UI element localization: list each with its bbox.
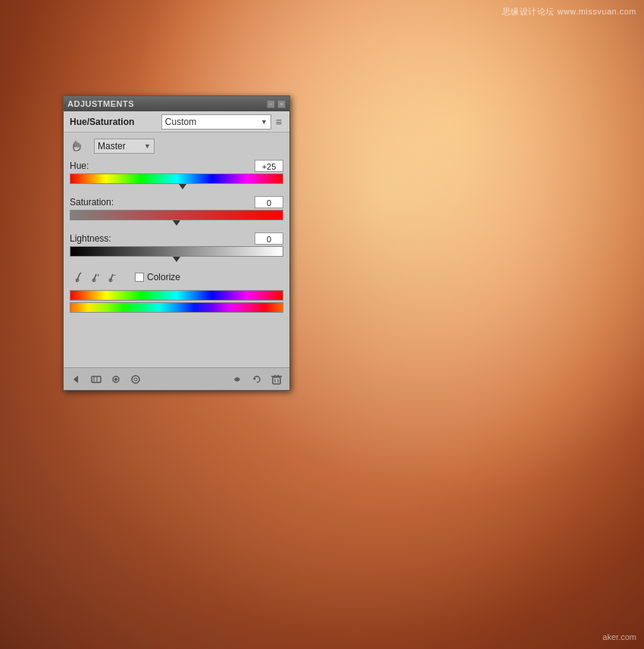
adjustment-type-label: Hue/Saturation <box>70 117 134 127</box>
svg-point-17 <box>236 378 239 380</box>
saturation-value[interactable]: 0 <box>255 196 283 208</box>
hue-track <box>70 173 283 184</box>
preset-value: Custom <box>165 117 261 127</box>
colorize-row: + − Colorize <box>70 270 283 284</box>
colorize-checkbox[interactable] <box>135 273 144 282</box>
reset-button[interactable] <box>249 371 265 388</box>
hue-gradient-track <box>70 173 283 184</box>
hue-thumb-icon <box>179 184 186 189</box>
panel-title-bar[interactable]: ADJUSTMENTS − × <box>64 96 289 111</box>
back-button[interactable] <box>68 371 85 388</box>
panel-toolbar <box>64 367 289 390</box>
lightness-value[interactable]: 0 <box>255 232 283 245</box>
eyedropper-icons-group: + − <box>70 270 117 284</box>
color-bar-source <box>70 290 283 301</box>
close-button[interactable]: × <box>277 100 286 108</box>
hue-label: Hue: <box>70 161 89 171</box>
delete-button[interactable] <box>268 371 285 388</box>
svg-rect-10 <box>92 376 101 382</box>
channel-value: Master <box>98 141 144 151</box>
panel-menu-icon[interactable]: ≡ <box>274 114 283 129</box>
lightness-label: Lightness: <box>70 233 111 244</box>
colorize-label: Colorize <box>147 272 180 282</box>
lightness-label-row: Lightness: 0 <box>70 232 283 245</box>
lightness-slider-row: Lightness: 0 <box>70 232 283 264</box>
lightness-thumb-icon <box>173 257 180 262</box>
svg-point-14 <box>114 378 117 381</box>
link-button[interactable] <box>229 371 245 388</box>
panel-title: ADJUSTMENTS <box>67 99 134 108</box>
hue-value[interactable]: +25 <box>255 160 283 172</box>
hue-slider-row: Hue: +25 <box>70 160 283 192</box>
watermark-bottom: aker.com <box>602 632 636 641</box>
view-button[interactable] <box>127 371 144 388</box>
title-bar-controls: − × <box>267 100 286 108</box>
minimize-button[interactable]: − <box>267 100 275 108</box>
hue-slider[interactable] <box>70 173 283 192</box>
visibility-toggle-button[interactable] <box>108 371 124 388</box>
colorize-checkbox-group[interactable]: Colorize <box>135 272 180 282</box>
saturation-label: Saturation: <box>70 197 114 207</box>
panel-header: Hue/Saturation Custom ▼ ≡ <box>64 111 289 133</box>
svg-point-16 <box>134 378 137 381</box>
svg-marker-9 <box>73 376 78 383</box>
lightness-gradient-track <box>70 246 283 257</box>
svg-rect-19 <box>273 377 280 384</box>
eyedropper-subtract-icon[interactable]: − <box>103 270 117 284</box>
channel-dropdown-arrow-icon: ▼ <box>144 142 151 150</box>
saturation-slider-row: Saturation: 0 <box>70 196 283 228</box>
watermark-top: 思缘设计论坛 www.missvuan.com <box>502 6 636 17</box>
eyedropper-add-icon[interactable]: + <box>86 270 100 284</box>
saturation-thumb-icon <box>173 220 180 226</box>
svg-text:+: + <box>96 272 99 279</box>
toolbar-left-group <box>68 371 144 388</box>
preset-dropdown-arrow-icon: ▼ <box>261 118 267 126</box>
hand-tool-icon[interactable] <box>70 139 85 154</box>
eyedropper-icon-1[interactable] <box>70 270 83 284</box>
color-bar-result <box>70 302 283 313</box>
lightness-slider[interactable] <box>70 246 283 264</box>
saturation-label-row: Saturation: 0 <box>70 196 283 208</box>
channel-dropdown[interactable]: Master ▼ <box>94 139 155 154</box>
color-bars <box>70 290 283 313</box>
tools-row: Master ▼ <box>70 139 283 154</box>
svg-point-15 <box>132 376 139 383</box>
preset-dropdown[interactable]: Custom ▼ <box>161 114 271 129</box>
saturation-slider[interactable] <box>70 210 283 228</box>
adjustments-panel: ADJUSTMENTS − × Hue/Saturation Custom ▼ … <box>63 95 290 391</box>
panel-body: Master ▼ Hue: +25 Saturation: <box>64 133 289 367</box>
svg-line-2 <box>80 273 81 274</box>
hue-label-row: Hue: +25 <box>70 160 283 172</box>
svg-text:−: − <box>113 272 116 279</box>
saturation-gradient-track <box>70 210 283 220</box>
panel-empty-space <box>70 316 283 361</box>
saturation-track <box>70 210 283 220</box>
toolbar-right-group <box>229 371 285 388</box>
clip-to-layer-button[interactable] <box>88 371 105 388</box>
lightness-track <box>70 246 283 257</box>
